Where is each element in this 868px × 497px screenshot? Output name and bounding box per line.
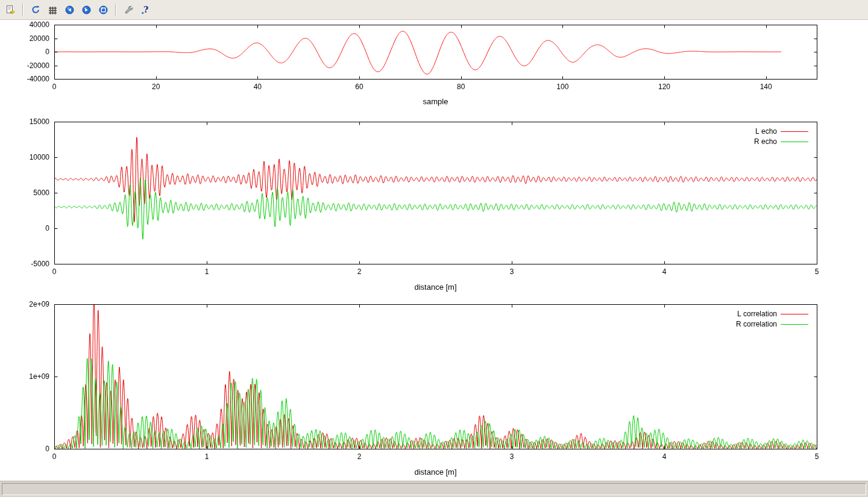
replot-icon: [31, 5, 41, 15]
copy-clipboard-icon: [5, 5, 16, 15]
status-bar: [0, 481, 868, 497]
toolbar: ?: [0, 0, 868, 20]
chart-canvas-correlation[interactable]: [0, 300, 868, 481]
autoscale-icon: [98, 5, 108, 15]
chart-canvas-signal[interactable]: [0, 20, 868, 116]
status-text: [2, 483, 866, 495]
plot-area: [0, 20, 868, 481]
config-button[interactable]: [121, 2, 136, 17]
copy-clipboard-button[interactable]: [2, 2, 18, 17]
zoom-previous-icon: [64, 5, 75, 15]
help-icon: ?: [140, 5, 151, 15]
zoom-next-icon: [81, 5, 92, 15]
config-icon: [124, 5, 134, 15]
grid-icon: [48, 5, 58, 15]
zoom-next-button[interactable]: [78, 2, 94, 17]
replot-button[interactable]: [28, 2, 43, 17]
toolbar-separator: [22, 4, 24, 16]
toolbar-separator: [115, 4, 116, 16]
svg-text:?: ?: [143, 5, 148, 14]
zoom-previous-button[interactable]: [61, 2, 77, 17]
gnuplot-window: ?: [0, 0, 868, 497]
autoscale-button[interactable]: [95, 2, 111, 17]
chart-canvas-echo[interactable]: [0, 116, 868, 300]
grid-toggle-button[interactable]: [45, 2, 60, 17]
help-button[interactable]: ?: [137, 2, 153, 17]
